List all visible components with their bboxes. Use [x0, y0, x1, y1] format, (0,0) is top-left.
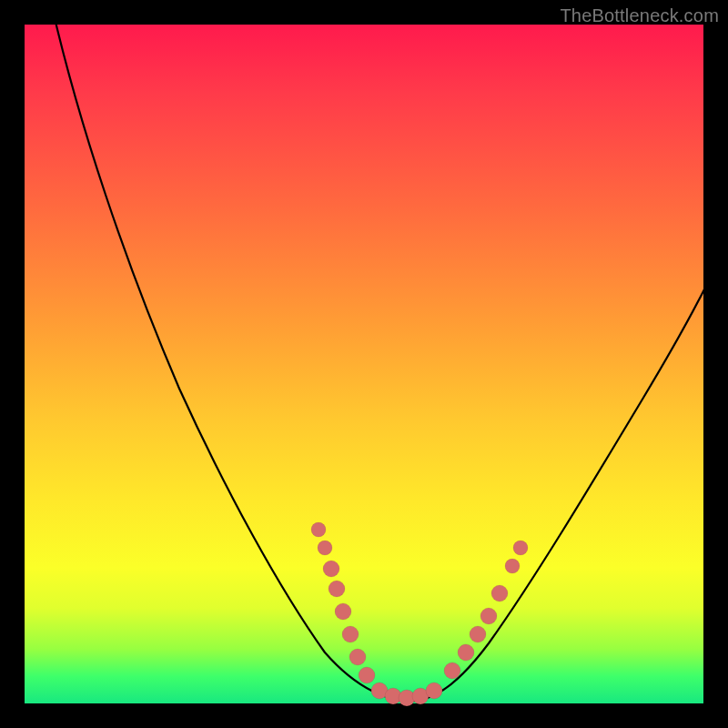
svg-point-16: [480, 608, 497, 624]
plot-area: [25, 25, 703, 703]
svg-point-1: [318, 541, 332, 555]
svg-point-6: [349, 649, 366, 665]
marker-dots: [311, 522, 528, 706]
svg-point-4: [335, 603, 351, 620]
svg-point-3: [329, 581, 345, 597]
bottleneck-curve: [52, 6, 707, 701]
chart-frame: TheBottleneck.com: [0, 0, 728, 728]
svg-point-0: [311, 522, 326, 537]
svg-point-14: [458, 644, 474, 661]
svg-point-7: [359, 667, 375, 683]
svg-point-13: [444, 662, 460, 679]
svg-point-15: [470, 626, 486, 642]
svg-point-18: [505, 559, 520, 573]
svg-point-12: [426, 682, 442, 699]
svg-point-2: [323, 561, 339, 577]
svg-point-5: [342, 626, 359, 642]
svg-point-19: [513, 541, 528, 555]
watermark-text: TheBottleneck.com: [560, 5, 719, 26]
curve-svg: [25, 25, 703, 703]
svg-point-17: [491, 585, 508, 602]
